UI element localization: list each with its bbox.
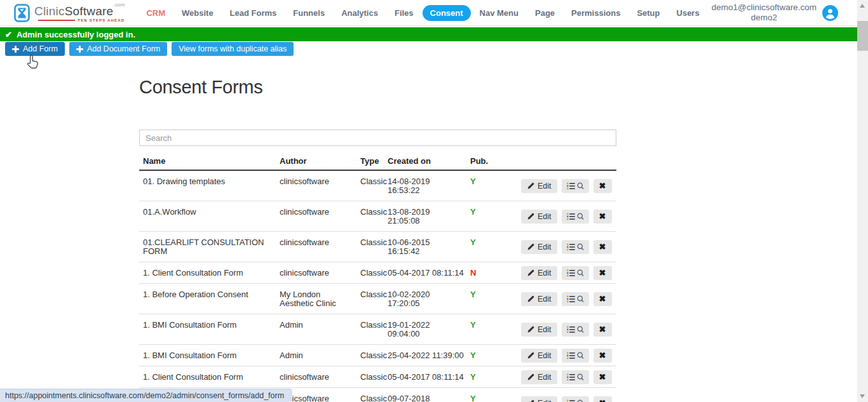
close-icon: ✖ [599, 294, 606, 304]
nav-item-funnels[interactable]: Funnels [285, 5, 332, 21]
list-search-button[interactable] [562, 179, 589, 193]
row-actions: Edit ✖ [521, 345, 617, 366]
delete-button[interactable]: ✖ [593, 179, 612, 193]
user-avatar-icon[interactable] [822, 5, 838, 21]
search-input[interactable] [139, 130, 616, 146]
magnifier-icon [577, 399, 584, 402]
list-search-button[interactable] [562, 210, 589, 224]
tagline-rule [38, 20, 75, 21]
list-search-button[interactable] [562, 266, 589, 280]
pencil-icon [527, 399, 534, 402]
delete-button[interactable]: ✖ [593, 349, 612, 363]
edit-button[interactable]: Edit [521, 210, 557, 224]
row-actions: Edit ✖ [521, 201, 617, 231]
form-created-on: 19-01-2022 09:04:00 [384, 314, 466, 344]
column-header-author: Author [276, 152, 356, 170]
nav-item-users[interactable]: Users [669, 5, 707, 21]
view-duplicate-alias-button[interactable]: View forms with duplicate alias [172, 42, 294, 56]
list-icon [567, 399, 575, 402]
delete-button[interactable]: ✖ [593, 210, 612, 224]
nav-item-files[interactable]: Files [387, 5, 421, 21]
add-document-form-button[interactable]: Add Document Form [69, 42, 167, 56]
magnifier-icon [577, 182, 584, 190]
form-name: 01. Drawing templates [139, 171, 276, 201]
pencil-icon [527, 326, 534, 333]
nav-item-analytics[interactable]: Analytics [334, 5, 386, 21]
close-icon: ✖ [599, 372, 606, 382]
nav-item-permissions[interactable]: Permissions [564, 5, 628, 21]
form-author: Admin [276, 345, 356, 366]
table-header-row: Name Author Type Created on Pub. [139, 152, 616, 171]
user-email: demo1@clinicsoftware.com [712, 3, 817, 13]
magnifier-icon [577, 243, 584, 251]
nav-item-website[interactable]: Website [174, 5, 221, 21]
pencil-icon [527, 352, 534, 359]
nav-item-crm[interactable]: CRM [139, 5, 173, 21]
delete-button[interactable]: ✖ [593, 323, 612, 337]
form-created-on: 05-04-2017 08:11:14 [384, 262, 466, 283]
edit-button[interactable]: Edit [521, 266, 557, 280]
list-icon [567, 295, 575, 303]
close-icon: ✖ [599, 351, 606, 360]
magnifier-icon [577, 373, 584, 381]
close-icon: ✖ [599, 398, 606, 402]
row-actions: Edit ✖ [521, 232, 617, 262]
scroll-down-arrow-icon[interactable] [860, 394, 865, 398]
edit-button[interactable]: Edit [521, 370, 557, 384]
table-row: 01. Drawing templates clinicsoftware Cla… [139, 171, 616, 201]
list-search-button[interactable] [562, 323, 589, 337]
list-search-button[interactable] [562, 370, 589, 384]
pencil-icon [527, 182, 534, 190]
brand-logo[interactable]: ClinicSoftware.com TEN STEPS AHEAD [14, 3, 125, 22]
delete-button[interactable]: ✖ [593, 266, 612, 280]
edit-button[interactable]: Edit [521, 240, 557, 254]
add-form-button[interactable]: Add Form [5, 42, 65, 56]
form-published-flag: N [466, 262, 521, 283]
edit-button[interactable]: Edit [521, 323, 557, 337]
nav-item-lead-forms[interactable]: Lead Forms [222, 5, 285, 21]
pencil-icon [527, 373, 534, 381]
edit-button[interactable]: Edit [521, 396, 557, 402]
delete-button[interactable]: ✖ [593, 370, 612, 384]
edit-button[interactable]: Edit [521, 179, 557, 193]
form-published-flag: Y [466, 201, 521, 231]
magnifier-icon [577, 352, 584, 359]
list-search-button[interactable] [562, 396, 589, 402]
close-icon: ✖ [599, 242, 606, 251]
scrollbar-thumb[interactable] [857, 21, 868, 51]
form-published-flag: Y [466, 388, 521, 402]
form-name: 1. Before Operation Consent [139, 284, 276, 314]
statusbar-url: https://appointments.clinicsoftware.com/… [5, 391, 284, 400]
list-icon [567, 213, 575, 220]
edit-button[interactable]: Edit [521, 292, 557, 306]
nav-item-consent[interactable]: Consent [423, 5, 471, 21]
delete-button[interactable]: ✖ [593, 396, 612, 402]
form-type: Classic [356, 171, 384, 201]
nav-item-nav-menu[interactable]: Nav Menu [472, 5, 526, 21]
edit-button[interactable]: Edit [521, 349, 557, 363]
delete-button[interactable]: ✖ [593, 292, 612, 306]
list-search-button[interactable] [562, 349, 589, 363]
delete-button[interactable]: ✖ [593, 240, 612, 254]
list-icon [567, 373, 575, 381]
vertical-scrollbar[interactable] [857, 0, 868, 402]
list-search-button[interactable] [562, 240, 589, 254]
main-content: Consent Forms Name Author Type Created o… [139, 76, 616, 402]
form-published-flag: Y [466, 171, 521, 201]
scroll-up-arrow-icon[interactable] [860, 4, 865, 8]
form-type: Classic [356, 314, 384, 344]
brand-name: ClinicSoftware.com [34, 5, 125, 17]
form-published-flag: Y [466, 345, 521, 366]
brand-tagline: TEN STEPS AHEAD [34, 18, 125, 22]
form-created-on: 10-06-2015 16:15:42 [384, 232, 466, 262]
form-created-on: 14-08-2019 16:53:22 [384, 171, 466, 201]
list-search-button[interactable] [562, 292, 589, 306]
hourglass-logo-icon [14, 4, 30, 22]
column-header-pub: Pub. [466, 152, 521, 170]
row-actions: Edit ✖ [521, 284, 617, 314]
pencil-icon [527, 295, 534, 303]
nav-menu: CRM Website Lead Forms Funnels Analytics… [139, 5, 707, 21]
nav-item-page[interactable]: Page [527, 5, 562, 21]
row-actions: Edit ✖ [521, 262, 617, 283]
nav-item-setup[interactable]: Setup [629, 5, 667, 21]
